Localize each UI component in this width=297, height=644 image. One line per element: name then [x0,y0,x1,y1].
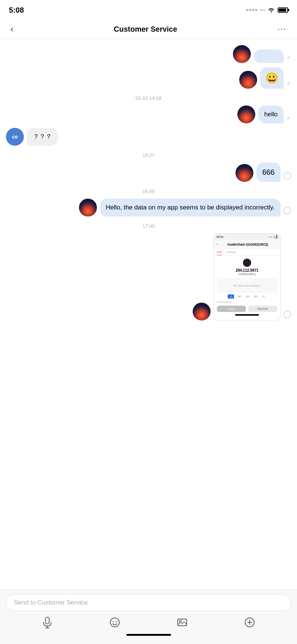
message-row: ✓ [6,45,291,63]
sc-tf-1w: 1W [236,294,243,299]
microphone-icon[interactable] [42,616,53,631]
sc-signal: ▪▪▪ ▲▊ [269,235,278,239]
chat-area: ✓ ✓ 😀 02-01 14:18 ✓ hello ce ？？？ 16:27 6… [0,40,297,589]
header: ‹ Customer Service ··· [0,19,297,40]
check-mark: ✓ [287,115,291,121]
message-row: ce ？？？ [6,128,291,146]
sc-symbol: GODE(GRC) [217,272,277,276]
sc-tf-1y: 1Y [260,294,266,299]
svg-rect-7 [178,619,187,626]
emoji-bubble: 😀 [260,67,284,89]
timestamp: 16:49 [6,189,291,194]
input-placeholder: Send to Customer Service [14,599,88,606]
header-title: Customer Service [114,25,177,34]
timestamp: 17:00 [6,223,291,229]
sc-header: ‹ GodeChain (GODE(GRC)) [214,240,280,249]
avatar [233,45,251,63]
sc-action-buttons: Send Receive [217,306,277,312]
sc-body: 294,112.9971 GODE(GRC) No chart data ava… [214,256,280,320]
message-bubble: hello [258,105,284,123]
status-time: 5:08 [9,6,24,15]
sc-tab-activity: Activity [226,250,236,255]
svg-point-8 [180,621,181,622]
sc-token-icon [243,259,251,267]
signal-icon [246,9,257,11]
avatar [237,105,255,123]
svg-point-0 [271,12,272,13]
emoji-icon[interactable] [110,617,120,630]
sc-tab-info: Info [217,250,222,255]
battery-icon [278,7,288,13]
svg-point-4 [110,618,119,627]
plus-icon[interactable] [244,617,255,630]
check-circle [284,207,291,214]
sc-perf-label: Performance [217,300,277,304]
sc-home-bar [235,314,259,316]
check-circle [284,311,291,318]
image-icon[interactable] [177,617,187,630]
svg-point-6 [116,621,117,622]
message-bubble: Hello, the data on my app seems to be di… [100,199,281,217]
home-indicator [126,634,171,636]
status-bar: 5:08 ⋅⋅⋅ [0,0,297,19]
sc-no-chart: No chart data available. [233,284,261,287]
sc-tabs: Info Activity [214,249,280,256]
message-bubble [254,50,284,63]
sc-title: GodeChain (GODE(GRC)) [218,243,277,246]
status-icons: ⋅⋅⋅ [246,7,288,14]
back-button[interactable]: ‹ [7,22,16,36]
timestamp: 02-01 14:18 [6,95,291,101]
timestamp: 16:27 [6,152,291,158]
message-bubble: ？？？ [27,128,58,146]
wifi-icon: ⋅⋅⋅ [259,7,265,14]
message-row: Hello, the data on my app seems to be di… [6,199,291,217]
sc-time: 16:51 [216,235,224,239]
svg-point-5 [113,621,114,622]
more-button[interactable]: ··· [275,23,290,35]
sc-send-btn: Send [217,306,246,312]
avatar [239,71,257,89]
message-row: 666 [6,162,291,182]
sc-timeframe: 1D 1W 1M 3M 1Y [217,294,277,299]
screenshot-card: 16:51 ▪▪▪ ▲▊ ‹ GodeChain (GODE(GRC)) Inf… [214,233,281,321]
check-mark: ✓ [287,80,291,86]
sc-receive-btn: Receive [248,306,277,312]
check-circle [284,172,291,180]
avatar-ce: ce [6,128,24,146]
wifi-icon [267,7,275,13]
check-mark: ✓ [287,55,291,61]
avatar [79,199,97,217]
input-area: Send to Customer Service [0,589,297,644]
message-bubble: 666 [256,162,281,182]
toolbar [6,611,291,634]
message-row: ✓ 😀 [6,67,291,89]
avatar [236,164,253,182]
svg-rect-1 [45,617,49,624]
sc-tf-1m: 1M [244,294,251,299]
sc-tf-3m: 3M [252,294,259,299]
message-input[interactable]: Send to Customer Service [6,594,291,611]
message-row: ✓ hello [6,105,291,123]
sc-amount: 294,112.9971 [217,268,277,272]
avatar [193,303,211,321]
sc-tf-1d: 1D [228,294,234,299]
message-row: 16:51 ▪▪▪ ▲▊ ‹ GodeChain (GODE(GRC)) Inf… [6,233,291,321]
